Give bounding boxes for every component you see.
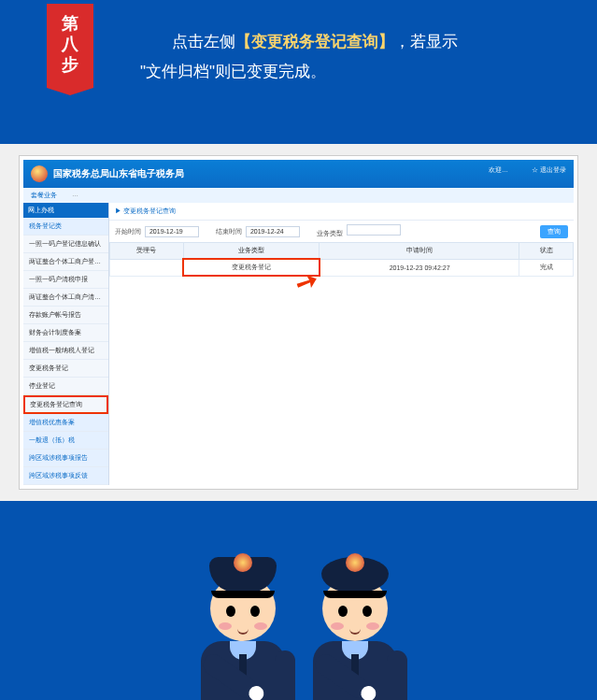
step-badge: 第 八 步 (47, 4, 93, 88)
table-row[interactable]: 变更税务登记 2019-12-23 09:42:27 完成 (110, 259, 574, 276)
sidebar-item[interactable]: 增值税优惠备案 (23, 414, 108, 432)
cell: 2019-12-23 09:42:27 (320, 259, 519, 276)
sidebar-item[interactable]: 停业登记 (23, 378, 108, 395)
sidebar-item[interactable]: 一照一码户登记信息确认 (23, 236, 108, 253)
sidebar-item[interactable]: 跨区域涉税事项报告 (23, 450, 108, 467)
col-header: 业务类型 (183, 243, 320, 260)
etax-app: 国家税务总局山东省电子税务局 欢迎… ☆ 退出登录 套餐业务 … 网上办税 税务… (23, 160, 574, 485)
filter-label-start: 开始时间 (115, 228, 141, 235)
start-date-input[interactable]: 2019-12-19 (145, 226, 199, 237)
instr-highlight: 【变更税务登记查询】 (235, 33, 394, 50)
filter-label-type: 业务类型 (317, 230, 343, 236)
sidebar-item[interactable]: 跨区域涉税事项反馈 (23, 467, 108, 485)
app-logo-icon (31, 165, 48, 182)
type-select[interactable] (347, 224, 401, 236)
end-date-input[interactable]: 2019-12-24 (246, 226, 300, 237)
instr-quote: "文件归档" (140, 63, 215, 80)
col-header: 受理号 (110, 243, 184, 260)
breadcrumb: ▶ 变更税务登记查询 (109, 203, 574, 221)
query-button[interactable]: 查询 (540, 225, 568, 238)
main-panel: ▶ 变更税务登记查询 开始时间 2019-12-19 结束时间 2019-12-… (109, 203, 574, 485)
illustration-section (0, 501, 597, 700)
result-table: 受理号 业务类型 申请时间 状态 变更税务登记 2019-12-23 09:42… (109, 242, 574, 277)
sidebar-item[interactable]: 一照一码户清税申报 (23, 271, 108, 289)
instr-mid: ，若显示 (394, 33, 458, 50)
col-header: 状态 (519, 243, 574, 260)
user-area: 欢迎… (489, 165, 508, 175)
filter-bar: 开始时间 2019-12-19 结束时间 2019-12-24 业务类型 查询 (109, 221, 574, 242)
sidebar-item[interactable]: 两证整合个体工商户清税申报 (23, 289, 108, 307)
sidebar-subheader[interactable]: 税务登记类 (23, 218, 108, 236)
sidebar-item[interactable]: 财务会计制度备案 (23, 324, 108, 342)
cell (110, 259, 184, 276)
col-header: 申请时间 (320, 243, 519, 260)
app-header: 国家税务总局山东省电子税务局 欢迎… ☆ 退出登录 (23, 160, 574, 188)
screenshot-container: 国家税务总局山东省电子税务局 欢迎… ☆ 退出登录 套餐业务 … 网上办税 税务… (19, 155, 578, 490)
instruction-text: 点击左侧【变更税务登记查询】，若显示 "文件归档"则已变更完成。 (19, 4, 578, 125)
sidebar-item[interactable]: 增值税一般纳税人登记 (23, 342, 108, 360)
sidebar-section-header: 网上办税 (23, 203, 108, 218)
instr-prefix: 点击左侧 (140, 33, 235, 50)
logout-link[interactable]: ☆ 退出登录 (532, 165, 566, 175)
filter-label-end: 结束时间 (216, 228, 242, 235)
step-label: 第 八 步 (62, 14, 78, 74)
sidebar-item-highlighted[interactable]: 变更税务登记查询 (23, 395, 108, 414)
instr-suffix: 则已变更完成。 (215, 63, 326, 80)
sidebar-item[interactable]: 存款账户帐号报告 (23, 307, 108, 324)
app-title: 国家税务总局山东省电子税务局 (53, 167, 184, 180)
sidebar-item[interactable]: 一般退（抵）税 (23, 432, 108, 450)
sidebar: 网上办税 税务登记类 一照一码户登记信息确认 两证整合个体工商户登记信息确认 一… (23, 203, 109, 485)
tab-other[interactable]: … (64, 188, 86, 203)
officers-illustration (187, 548, 411, 700)
tab-active[interactable]: 套餐业务 (23, 188, 64, 203)
sidebar-item[interactable]: 变更税务登记 (23, 360, 108, 378)
cell: 完成 (519, 259, 574, 276)
officer-female-icon (299, 548, 411, 700)
sidebar-item[interactable]: 两证整合个体工商户登记信息确认 (23, 253, 108, 271)
tab-row: 套餐业务 … (23, 188, 574, 203)
officer-male-icon (187, 548, 299, 700)
